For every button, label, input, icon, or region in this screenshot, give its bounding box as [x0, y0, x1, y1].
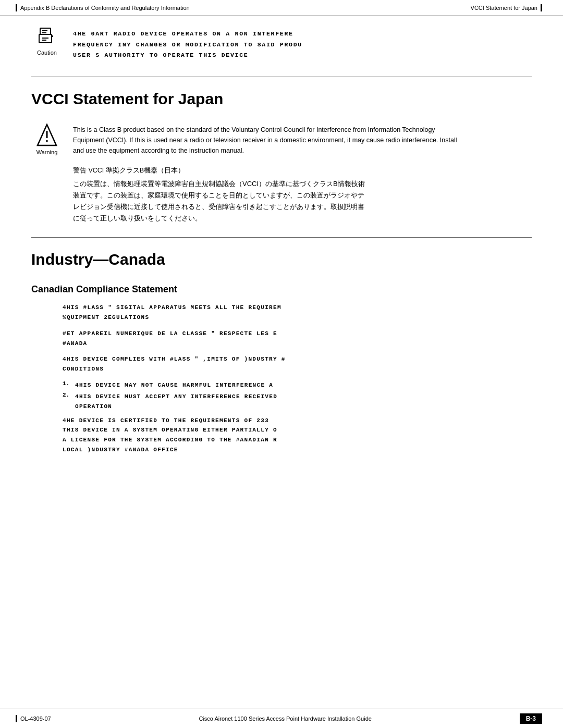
compliance-block-1-line-2: %QUIPMENT 2EGULATIONS — [63, 313, 532, 323]
caution-line-1: 4HE 0ART RADIO DEVICE OPERATES ON A NON … — [73, 29, 302, 40]
caution-label: Caution — [37, 50, 57, 56]
compliance-final-line-1: 4HE DEVICE IS CERTIFIED TO THE REQUIREME… — [63, 416, 532, 426]
svg-rect-2 — [42, 38, 48, 39]
compliance-block-3: 4HIS DEVICE COMPLIES WITH #LASS " ,IMITS… — [63, 354, 532, 374]
japanese-line-3: レビジョン受信機に近接して使用されると、受信障害を引き起こすことがあります。取扱… — [73, 201, 532, 213]
compliance-block-2: #ET APPAREIL NUMERIQUE DE LA CLASSE " RE… — [63, 329, 532, 348]
footer-page-label: B-3 — [520, 713, 542, 724]
svg-rect-5 — [42, 32, 46, 33]
japanese-warning-label: 警告 VCCI 準拠クラスB機器（日本） — [73, 166, 532, 175]
header-right-label: VCCI Statement for Japan — [471, 5, 537, 11]
svg-rect-8 — [46, 131, 48, 138]
main-content: Caution 4HE 0ART RADIO DEVICE OPERATES O… — [0, 16, 563, 492]
japanese-text: この装置は、情報処理装置等電波障害自主規制協議会（VCCI）の基準に基づくクラス… — [73, 178, 532, 224]
industry-canada-title: Industry—Canada — [31, 251, 532, 268]
divider-vcci-canada — [31, 237, 532, 238]
warning-triangle-icon — [36, 124, 57, 147]
compliance-block-1: 4HIS #LASS " $IGITAL APPARATUS MEETS ALL… — [63, 303, 532, 322]
svg-rect-3 — [42, 40, 46, 41]
numbered-item-2-num: 2. — [63, 392, 71, 411]
compliance-final-line-2: THIS DEVICE IN A SYSTEM OPERATING EITHER… — [63, 425, 532, 435]
vcci-section-title: VCCI Statement for Japan — [31, 90, 532, 108]
caution-block: Caution 4HE 0ART RADIO DEVICE OPERATES O… — [31, 27, 532, 61]
compliance-final-block: 4HE DEVICE IS CERTIFIED TO THE REQUIREME… — [63, 416, 532, 455]
footer-left-bar — [16, 715, 17, 722]
japanese-line-2: 装置です。この装置は、家庭環境で使用することを目的としていますが、この装置がラジ… — [73, 190, 532, 201]
header-right: VCCI Statement for Japan — [471, 4, 542, 11]
caution-line-3: USER S AUTHORITY TO OPERATE THIS DEVICE — [73, 50, 302, 61]
document-icon — [36, 27, 57, 47]
compliance-block-3-line-2: CONDITIONS — [63, 364, 532, 374]
warning-block: Warning This is a Class B product based … — [31, 124, 532, 156]
header-bar: Appendix B Declarations of Conformity an… — [0, 0, 563, 16]
svg-rect-6 — [52, 35, 53, 37]
footer-center: Cisco Aironet 1100 Series Access Point H… — [199, 715, 371, 722]
compliance-block-2-line-1: #ET APPAREIL NUMERIQUE DE LA CLASSE " RE… — [63, 329, 532, 339]
numbered-item-1: 1. 4HIS DEVICE MAY NOT CAUSE HARMFUL INT… — [63, 380, 532, 390]
compliance-block-1-line-1: 4HIS #LASS " $IGITAL APPARATUS MEETS ALL… — [63, 303, 532, 313]
header-left-bar — [16, 4, 17, 11]
compliance-numbered: 1. 4HIS DEVICE MAY NOT CAUSE HARMFUL INT… — [63, 380, 532, 412]
numbered-item-2-text-2: OPERATION — [75, 402, 277, 412]
warning-label: Warning — [36, 149, 58, 155]
japanese-block: 警告 VCCI 準拠クラスB機器（日本） この装置は、情報処理装置等電波障害自主… — [73, 166, 532, 224]
footer-bar: OL-4309-07 Cisco Aironet 1100 Series Acc… — [0, 709, 563, 728]
numbered-item-2: 2. 4HIS DEVICE MUST ACCEPT ANY INTERFERE… — [63, 392, 532, 411]
numbered-item-2-text-1: 4HIS DEVICE MUST ACCEPT ANY INTERFERENCE… — [75, 392, 277, 402]
header-left: Appendix B Declarations of Conformity an… — [16, 4, 190, 11]
canadian-compliance-subtitle: Canadian Compliance Statement — [31, 284, 532, 295]
warning-text: This is a Class B product based on the s… — [73, 124, 464, 156]
svg-rect-9 — [46, 140, 48, 142]
page-container: Appendix B Declarations of Conformity an… — [0, 0, 563, 728]
compliance-block-2-line-2: #ANADA — [63, 339, 532, 349]
caution-line-2: FREQUENCY INY CHANGES OR MODIFICATION TO… — [73, 40, 302, 51]
warning-icon-area: Warning — [31, 124, 63, 155]
svg-rect-4 — [42, 30, 47, 31]
header-right-bar — [541, 4, 542, 11]
caution-text: 4HE 0ART RADIO DEVICE OPERATES ON A NON … — [73, 27, 302, 61]
japanese-line-4: に従って正しい取り扱いをしてください。 — [73, 213, 532, 224]
compliance-block-3-line-1: 4HIS DEVICE COMPLIES WITH #LASS " ,IMITS… — [63, 354, 532, 364]
footer-left: OL-4309-07 — [16, 715, 51, 722]
caution-icon-area: Caution — [31, 27, 63, 56]
japanese-line-1: この装置は、情報処理装置等電波障害自主規制協議会（VCCI）の基準に基づくクラス… — [73, 178, 532, 190]
footer-doc-number: OL-4309-07 — [20, 715, 51, 722]
numbered-item-1-text: 4HIS DEVICE MAY NOT CAUSE HARMFUL INTERF… — [75, 380, 273, 390]
numbered-item-1-num: 1. — [63, 380, 71, 390]
divider-after-caution — [31, 77, 532, 77]
compliance-final-line-4: LOCAL )NDUSTRY #ANADA OFFICE — [63, 445, 532, 455]
compliance-final-line-3: A LICENSE FOR THE SYSTEM ACCORDING TO TH… — [63, 435, 532, 445]
header-breadcrumb: Appendix B Declarations of Conformity an… — [20, 5, 190, 11]
